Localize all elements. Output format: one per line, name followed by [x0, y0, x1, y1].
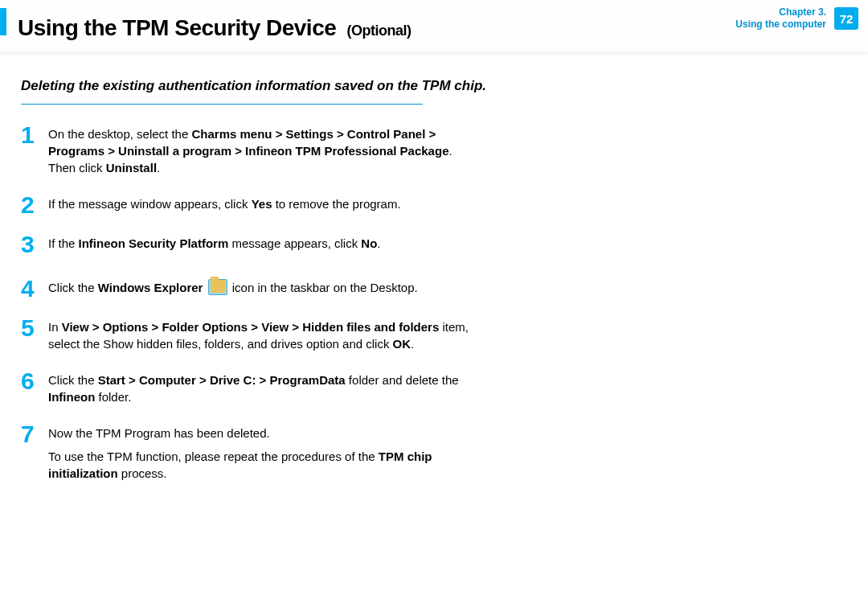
content-column: Deleting the existing authentication inf…: [0, 53, 514, 488]
step-body: If the message window appears, click Yes…: [48, 194, 401, 212]
page-title-main: Using the TPM Security Device: [18, 15, 336, 40]
page-title-optional: (Optional): [347, 23, 411, 39]
step-text: folder.: [95, 390, 131, 404]
title-accent-bar: [0, 8, 6, 35]
step-body: Click the Start > Computer > Drive C: > …: [48, 370, 471, 405]
step-text: To use the TPM function, please repeat t…: [48, 450, 379, 463]
step-bold: OK: [393, 337, 411, 351]
step-number: 4: [21, 277, 37, 299]
step-text: If the message window appears, click: [48, 197, 252, 211]
step-bold: No: [361, 236, 377, 250]
step-7: 7 Now the TPM Program has been deleted. …: [21, 423, 471, 488]
step-text: folder and delete the: [346, 373, 459, 387]
step-number: 6: [21, 370, 37, 392]
step-number: 5: [21, 317, 37, 339]
step-text: In: [48, 320, 62, 334]
chapter-line-1: Chapter 3.: [735, 6, 826, 18]
page-number: 72: [840, 12, 854, 26]
step-text: icon in the taskbar on the Desktop.: [232, 281, 418, 294]
page-number-box: 72: [834, 7, 858, 30]
step-body: If the Infineon Security Platform messag…: [48, 233, 380, 252]
step-bold: Yes: [252, 197, 272, 211]
step-text: .: [411, 337, 414, 351]
chapter-line-2: Using the computer: [735, 18, 826, 31]
step-3: 3 If the Infineon Security Platform mess…: [21, 233, 471, 255]
chapter-text: Chapter 3. Using the computer: [735, 6, 826, 31]
step-bold: Start > Computer > Drive C: > ProgramDat…: [98, 373, 346, 387]
step-bold: Uninstall: [106, 161, 157, 175]
step-number: 3: [21, 233, 37, 255]
step-text: .: [377, 236, 380, 250]
step-body: Now the TPM Program has been deleted. To…: [48, 423, 471, 488]
step-2: 2 If the message window appears, click Y…: [21, 194, 471, 216]
step-body: On the desktop, select the Charms menu >…: [48, 124, 471, 176]
step-text: To use the TPM function, please repeat t…: [48, 448, 471, 482]
step-text: Click the: [48, 373, 98, 387]
step-text: .: [157, 161, 160, 175]
step-bold: Windows Explorer: [98, 281, 203, 294]
step-text: On the desktop, select the: [48, 127, 191, 141]
step-text: Click the: [48, 281, 98, 294]
step-text: process.: [118, 466, 167, 480]
step-text: If the: [48, 236, 79, 250]
section-heading: Deleting the existing authentication inf…: [21, 77, 514, 96]
step-body: Click the Windows Explorer icon in the t…: [48, 277, 418, 296]
step-text: Now the TPM Program has been deleted.: [48, 425, 471, 441]
title-wrap: Using the TPM Security Device (Optional): [0, 6, 411, 41]
step-5: 5 In View > Options > Folder Options > V…: [21, 317, 471, 352]
step-text: to remove the program.: [272, 197, 401, 211]
step-6: 6 Click the Start > Computer > Drive C: …: [21, 370, 471, 405]
step-bold: Infineon: [48, 390, 95, 404]
page-header: Using the TPM Security Device (Optional)…: [0, 0, 868, 53]
step-text: message appears, click: [228, 236, 361, 250]
step-4: 4 Click the Windows Explorer icon in the…: [21, 277, 471, 299]
chapter-block: Chapter 3. Using the computer 72: [735, 6, 858, 31]
section-rule: [21, 104, 423, 105]
step-number: 1: [21, 124, 37, 146]
step-body: In View > Options > Folder Options > Vie…: [48, 317, 471, 352]
step-bold: View > Options > Folder Options > View >…: [62, 320, 440, 334]
page-title: Using the TPM Security Device (Optional): [18, 15, 411, 41]
steps-list: 1 On the desktop, select the Charms menu…: [21, 124, 514, 488]
step-number: 7: [21, 423, 37, 445]
step-number: 2: [21, 194, 37, 216]
step-bold: Infineon Security Platform: [79, 236, 229, 250]
windows-explorer-icon: [208, 279, 227, 295]
step-1: 1 On the desktop, select the Charms menu…: [21, 124, 471, 176]
